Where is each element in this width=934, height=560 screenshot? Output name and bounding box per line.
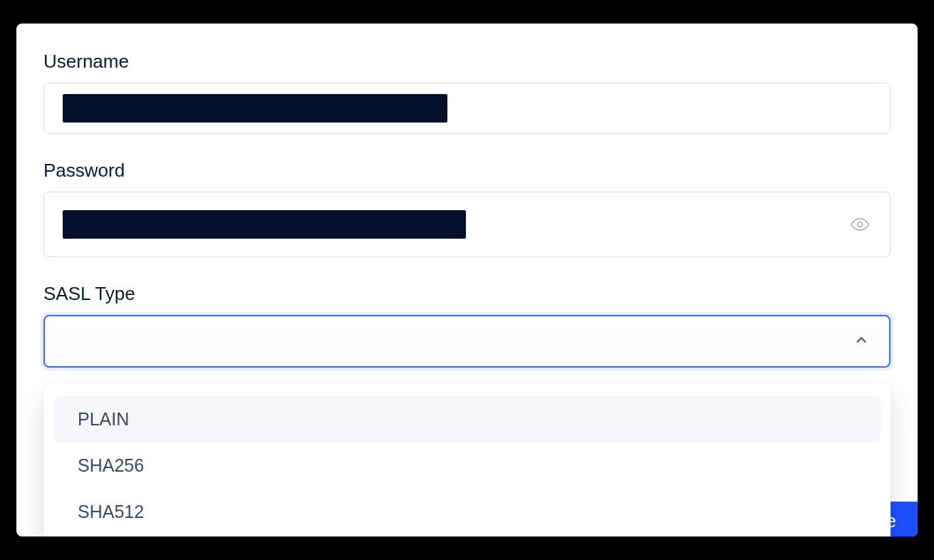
sasl-option-sha512[interactable]: SHA512 [53, 489, 881, 535]
password-input[interactable] [43, 192, 891, 257]
username-label: Username [43, 51, 891, 73]
password-redacted-value [63, 210, 466, 239]
sasl-type-label: SASL Type [43, 283, 891, 305]
sasl-type-select[interactable] [43, 315, 891, 368]
settings-form-panel: Username Password SASL Type [16, 24, 918, 536]
username-field-group: Username [16, 51, 918, 134]
sasl-type-field-group: SASL Type [16, 283, 918, 368]
password-field-group: Password [16, 160, 918, 257]
sasl-type-dropdown: PLAIN SHA256 SHA512 [43, 383, 891, 536]
eye-icon [850, 214, 870, 234]
username-redacted-value [63, 94, 447, 123]
toggle-password-visibility-button[interactable] [849, 213, 871, 236]
password-label: Password [43, 160, 891, 182]
sasl-option-sha256[interactable]: SHA256 [53, 442, 881, 489]
svg-point-0 [858, 222, 863, 227]
sasl-option-plain[interactable]: PLAIN [53, 396, 881, 442]
chevron-up-icon [853, 332, 869, 351]
username-input[interactable] [43, 83, 891, 134]
